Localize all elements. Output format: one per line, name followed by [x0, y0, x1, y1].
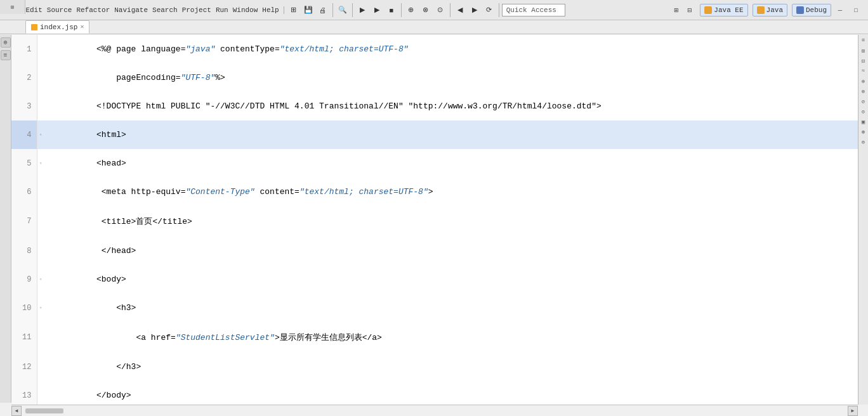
javaee-label: Java EE	[714, 6, 743, 14]
code-area: 1 <%@ page language="java" contentType="…	[11, 35, 858, 405]
line-num-10: 10	[11, 294, 37, 322]
debug-icon	[796, 6, 804, 14]
code-part: contentType=	[215, 44, 279, 54]
window-max-btn[interactable]: □	[849, 3, 863, 17]
menu-run[interactable]: Run	[214, 6, 230, 14]
tab-side-icons: ⊞	[0, 0, 25, 14]
window-min-btn[interactable]: ─	[833, 3, 847, 17]
line-num-2: 2	[11, 63, 37, 92]
menu-source[interactable]: Source	[45, 6, 74, 14]
perspective-java[interactable]: Java	[753, 4, 787, 16]
run-btn[interactable]: ▶	[370, 3, 384, 17]
javaee-icon	[704, 6, 712, 14]
editor-tabbar: ⊞ index.jsp ✕	[0, 20, 868, 34]
perspective-bar: ⊞ ⊟ Java EE Java Debug ─ □	[671, 3, 863, 17]
fold-7	[37, 206, 44, 237]
toolbar: File Edit Source Refactor Navigate Searc…	[0, 0, 868, 20]
code-part: pageEncoding=	[96, 73, 181, 82]
minimap-icon-1[interactable]: ≡	[858, 36, 868, 45]
code-text-11: <a href="StudentListServlet">显示所有学生信息列表<…	[44, 322, 858, 353]
hscroll-right-btn[interactable]: ▶	[848, 406, 858, 416]
fold-10[interactable]: ◦	[37, 294, 44, 322]
code-line-2: 2 pageEncoding="UTF-8"%>	[11, 63, 858, 92]
side-icon-2[interactable]: ≡	[1, 50, 11, 60]
tab-close-btn[interactable]: ✕	[80, 24, 84, 30]
btn-5a[interactable]: ◀	[453, 3, 467, 17]
minimap-icon-8[interactable]: ⊙	[858, 107, 868, 116]
toolbar-group-5: ◀ ▶ ⟳	[453, 3, 499, 17]
line-num-6: 6	[11, 178, 37, 206]
minimap-icon-9[interactable]: ▣	[858, 117, 868, 126]
code-part: <!DOCTYPE html PUBLIC "-//W3C//DTD HTML …	[96, 101, 602, 111]
hscroll-thumb[interactable]	[25, 408, 63, 413]
code-line-1: 1 <%@ page language="java" contentType="…	[11, 35, 858, 63]
new-btn[interactable]: ⊞	[287, 3, 301, 17]
minimap-icon-5[interactable]: ⊕	[858, 77, 868, 86]
menu-help[interactable]: Help	[260, 6, 280, 14]
minimap-icon-3[interactable]: ⊟	[858, 56, 868, 65]
btn-4a[interactable]: ⊕	[404, 3, 418, 17]
menu-window[interactable]: Window	[231, 6, 260, 14]
toolbar-group-2: 🔍	[336, 3, 353, 17]
code-line-8: 8 </head>	[11, 237, 858, 265]
menu-navigate[interactable]: Navigate	[112, 6, 150, 14]
perspective-javaee[interactable]: Java EE	[700, 4, 747, 16]
line-num-12: 12	[11, 353, 37, 381]
code-text-2: pageEncoding="UTF-8"%>	[44, 63, 858, 92]
code-text-7: <title>首页</title>	[44, 206, 858, 237]
editor-content[interactable]: 1 <%@ page language="java" contentType="…	[11, 35, 858, 405]
side-icon-1[interactable]: ⊕	[1, 37, 11, 48]
java-label: Java	[766, 6, 783, 14]
code-text-5: <head>	[44, 149, 858, 178]
line-num-1: 1	[11, 35, 37, 63]
horizontal-scrollbar[interactable]: ◀ ▶	[11, 405, 858, 416]
btn-5c[interactable]: ⟳	[482, 3, 496, 17]
code-part: <title>首页</title>	[96, 217, 192, 226]
save-btn[interactable]: 💾	[301, 3, 315, 17]
perspective-toggle-btn[interactable]: ⊞	[671, 4, 682, 16]
minimap-icon-7[interactable]: ⊘	[858, 97, 868, 106]
code-part: <meta http-equiv=	[96, 187, 185, 197]
tab-index-jsp[interactable]: index.jsp ✕	[25, 20, 89, 34]
print-btn[interactable]: 🖨	[316, 3, 330, 17]
code-line-4: 4 ◦ <html>	[11, 120, 858, 149]
quick-access-input[interactable]: Quick Access	[502, 4, 565, 16]
side-left-panel: ⊕ ≡	[0, 35, 11, 403]
menu-edit[interactable]: Edit	[23, 6, 44, 14]
btn-5b[interactable]: ▶	[468, 3, 482, 17]
fold-6	[37, 178, 44, 206]
menu-refactor[interactable]: Refactor	[74, 6, 112, 14]
stop-btn[interactable]: ■	[385, 3, 398, 17]
code-part: <body>	[96, 275, 126, 284]
minimap-icon-6[interactable]: ⊗	[858, 87, 868, 96]
tab-label: index.jsp	[40, 23, 77, 31]
hscroll-left-btn[interactable]: ◀	[11, 406, 22, 416]
code-part: </body>	[96, 391, 131, 400]
minimap-icon-10[interactable]: ⊛	[858, 127, 868, 136]
code-part: <a href=	[96, 333, 176, 342]
code-part: "java"	[185, 44, 215, 54]
code-part: <html>	[96, 130, 126, 140]
fold-9[interactable]: ◦	[37, 265, 44, 294]
minimap-icon-11[interactable]: ⊜	[858, 138, 868, 146]
btn-4c[interactable]: ⊙	[433, 3, 447, 17]
fold-5[interactable]: ◦	[37, 149, 44, 178]
code-part: "Content-Type"	[185, 187, 254, 197]
perspective-debug[interactable]: Debug	[792, 4, 831, 16]
menu-project[interactable]: Project	[180, 6, 213, 14]
perspective-toggle-btn2[interactable]: ⊟	[684, 4, 695, 16]
code-part: </head>	[96, 246, 136, 256]
find-btn[interactable]: 🔍	[336, 3, 350, 17]
code-text-10: <h3>	[44, 294, 858, 322]
minimap-icon-4[interactable]: ≈	[858, 67, 868, 75]
code-line-13: 13 </body>	[11, 381, 858, 405]
btn-4b[interactable]: ⊗	[419, 3, 433, 17]
menu-search[interactable]: Search	[150, 6, 180, 14]
minimap-icon-2[interactable]: ⊞	[858, 46, 868, 55]
code-part: <h3>	[96, 303, 136, 313]
fold-4[interactable]: ◦	[37, 120, 44, 149]
line-num-9: 9	[11, 265, 37, 294]
dbg-btn[interactable]: ▶	[355, 3, 369, 17]
code-part: "StudentListServlet"	[176, 333, 275, 342]
hscroll-track[interactable]	[23, 407, 846, 415]
